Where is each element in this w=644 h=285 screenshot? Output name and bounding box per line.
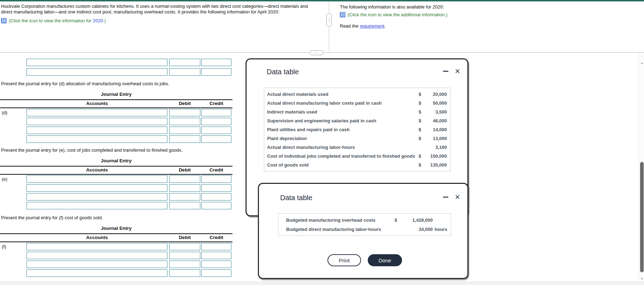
journal-section-e: Present the journal entry for (e), cost … [0,147,234,211]
account-input[interactable] [26,175,167,183]
section-prompt: Present the journal entry for (f) cost o… [1,215,103,220]
debit-input[interactable] [169,269,200,277]
pane-resize-handle[interactable] [326,13,332,27]
close-icon[interactable]: ✕ [455,194,460,200]
currency-symbol: $ [419,109,424,115]
account-input[interactable] [26,118,167,125]
currency-symbol: $ [419,92,424,97]
data-table-icon[interactable] [340,12,345,17]
credit-input[interactable] [201,269,231,277]
print-button[interactable]: Print [327,254,361,266]
debit-input[interactable] [169,252,200,259]
account-input[interactable] [26,269,167,277]
credit-input[interactable] [201,252,231,259]
table-row: Cost of goods sold$135,000 [264,161,450,169]
credit-input[interactable] [201,59,231,66]
credit-input[interactable] [201,135,231,143]
row-amount: 150,000 [424,153,450,159]
debit-input[interactable] [169,175,200,183]
scroll-up-arrow[interactable]: ▲ [640,62,643,65]
journal-row-partial [0,68,233,76]
table-rule [0,99,232,100]
account-input[interactable] [26,127,167,134]
problem-statement-left: Huckvale Corporation manufactures custom… [1,4,314,24]
data-table-icon[interactable] [1,18,7,23]
row-unit: hours [433,227,451,232]
debit-input[interactable] [169,261,200,268]
row-amount: 1,428,000 [402,217,433,223]
table-rule [0,242,232,242]
journal-entry-title: Journal Entry [0,92,232,97]
journal-entry-title: Journal Entry [0,158,232,163]
currency-symbol: $ [419,118,424,123]
account-input[interactable] [26,109,167,116]
debit-input[interactable] [169,68,200,76]
table-row: Budgeted direct manufacturing labor-hour… [278,225,451,234]
row-label: Actual direct manufacturing labor-hours [264,145,419,150]
debit-input[interactable] [169,202,200,209]
account-input[interactable] [26,59,167,66]
account-input[interactable] [26,184,167,192]
debit-input[interactable] [169,243,200,250]
dialog-title: Data table [267,68,299,76]
data-table: Actual direct materials used$20,000 Actu… [264,88,450,171]
vertical-pane-divider [329,1,329,52]
problem-text-line: Huckvale Corporation manufactures custom… [1,4,314,9]
account-input[interactable] [26,135,167,143]
debit-input[interactable] [169,127,200,134]
account-input[interactable] [26,193,167,200]
credit-input[interactable] [201,68,231,76]
debit-input[interactable] [169,135,200,143]
row-amount: 3,100 [424,145,450,150]
credit-input[interactable] [201,261,231,268]
row-label: Plant utilities and repairs paid in cash [264,127,419,132]
scroll-down-arrow[interactable]: ▼ [640,277,643,280]
debit-header: Debit [169,235,200,240]
done-button[interactable]: Done [368,254,402,266]
problem-statement-right: The following information is also availa… [340,4,448,29]
requirement-link[interactable]: requirement [360,23,384,29]
debit-input[interactable] [169,193,200,200]
debit-input[interactable] [169,184,200,192]
click-icon-instruction: (Click the icon to view the information … [9,18,106,24]
debit-header: Debit [169,101,200,106]
account-input[interactable] [26,243,167,250]
account-input[interactable] [26,202,167,209]
credit-input[interactable] [201,127,231,134]
credit-input[interactable] [201,202,231,209]
row-label: Cost of goods sold [264,162,419,168]
debit-input[interactable] [169,109,200,116]
credit-header: Credit [201,101,231,106]
year-link[interactable]: 2020 [93,18,103,23]
bottom-edge-strip [0,281,644,285]
account-input[interactable] [26,261,167,268]
credit-input[interactable] [201,109,231,116]
credit-input[interactable] [201,118,231,125]
additional-info-text: The following information is also availa… [340,4,448,10]
credit-input[interactable] [201,175,231,183]
read-requirement-line: Read the requirement. [340,23,448,29]
credit-input[interactable] [201,193,231,200]
data-table: Budgeted manufacturing overhead costs$1,… [278,213,451,236]
journal-section-f: Present the journal entry for (f) cost o… [0,215,234,279]
currency-symbol: $ [419,136,424,141]
split-resize-handle[interactable] [310,50,323,55]
debit-input[interactable] [169,118,200,125]
debit-input[interactable] [169,59,200,66]
read-text: . [384,23,386,29]
account-input[interactable] [26,252,167,259]
minimize-icon[interactable] [443,71,448,72]
journal-section-d: Present the journal entry for (d) alloca… [0,81,234,145]
row-label: Actual direct manufacturing labor costs … [264,100,419,106]
table-row: Actual direct materials used$20,000 [264,90,450,99]
minimize-icon[interactable] [443,197,448,198]
close-icon[interactable]: ✕ [455,68,460,75]
credit-input[interactable] [201,243,231,250]
table-rule [0,107,232,108]
account-input[interactable] [26,68,167,76]
scrollbar-thumb[interactable] [640,162,644,272]
top-accent-bar [0,0,644,1]
row-label: Plant depreciation [264,136,419,141]
row-amount: 13,000 [424,136,450,141]
credit-input[interactable] [201,184,231,192]
